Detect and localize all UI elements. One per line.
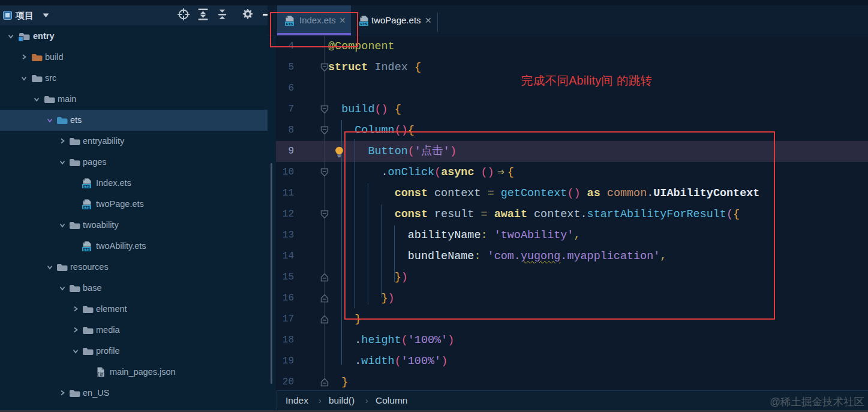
svg-text:ETS: ETS [361,22,368,26]
svg-text:ETS: ETS [83,206,91,209]
svg-text:ETS: ETS [83,185,91,188]
svg-text:ETS: ETS [83,248,91,251]
svg-text:{@}: {@} [97,372,106,377]
